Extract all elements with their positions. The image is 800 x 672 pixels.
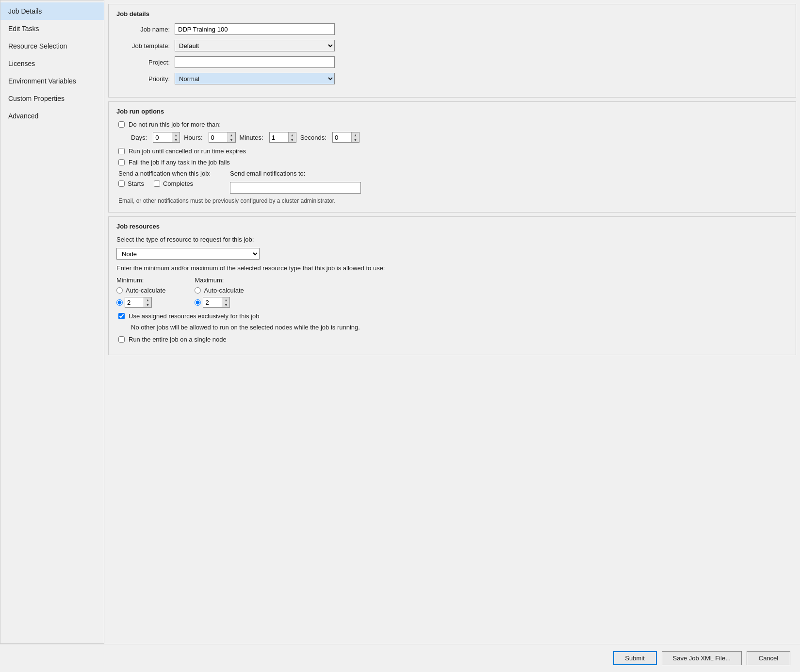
save-xml-button[interactable]: Save Job XML File...	[662, 651, 742, 665]
minutes-spinner: ▲ ▼	[269, 132, 296, 143]
completes-checkbox[interactable]	[154, 180, 160, 187]
send-notification-label: Send a notification when this job:	[118, 170, 211, 177]
min-spinner: ▲ ▼	[125, 297, 152, 308]
fail-job-checkbox[interactable]	[118, 159, 125, 165]
max-auto-calc-radio[interactable]	[195, 287, 201, 294]
job-run-options-title: Job run options	[116, 108, 788, 115]
cancel-button[interactable]: Cancel	[747, 651, 790, 665]
notification-area: Send a notification when this job: Start…	[118, 170, 788, 194]
minutes-label: Minutes:	[240, 134, 263, 141]
min-auto-calc-radio-label[interactable]: Auto-calculate	[116, 287, 165, 294]
run-until-cancelled-row: Run job until cancelled or run time expi…	[118, 148, 788, 155]
select-type-label: Select the type of resource to request f…	[116, 236, 788, 243]
minutes-input[interactable]	[270, 132, 288, 142]
job-details-title: Job details	[116, 10, 788, 17]
footer: Submit Save Job XML File... Cancel	[0, 644, 800, 672]
project-label: Project:	[116, 59, 175, 66]
content-area: Job details Job name: Job template: Defa…	[104, 0, 800, 644]
job-run-options-section: Job run options Do not run this job for …	[108, 101, 796, 213]
completes-checkbox-label[interactable]: Completes	[154, 180, 193, 187]
run-until-cancelled-checkbox[interactable]	[118, 148, 125, 154]
sidebar-item-custom-properties[interactable]: Custom Properties	[0, 90, 104, 107]
job-resources-title: Job resources	[116, 223, 788, 230]
project-input[interactable]	[175, 56, 335, 68]
max-number-row: ▲ ▼	[195, 297, 244, 308]
seconds-down-btn[interactable]: ▼	[351, 137, 359, 142]
hours-up-btn[interactable]: ▲	[228, 132, 235, 137]
max-auto-calc-radio-label[interactable]: Auto-calculate	[195, 287, 244, 294]
use-assigned-checkbox[interactable]	[118, 313, 125, 319]
seconds-spinner: ▲ ▼	[332, 132, 359, 143]
max-auto-calc-label: Auto-calculate	[204, 287, 244, 294]
minimum-label: Minimum:	[116, 277, 165, 284]
minimum-col: Minimum: Auto-calculate ▲ ▼	[116, 277, 165, 308]
sidebar-item-resource-selection[interactable]: Resource Selection	[0, 37, 104, 55]
sidebar-item-licenses[interactable]: Licenses	[0, 55, 104, 72]
min-down-btn[interactable]: ▼	[144, 302, 151, 307]
sidebar-item-job-details[interactable]: Job Details	[0, 2, 104, 20]
max-value-input[interactable]	[203, 297, 222, 307]
days-spinner: ▲ ▼	[153, 132, 180, 143]
minmax-row: Minimum: Auto-calculate ▲ ▼	[116, 277, 788, 308]
max-down-btn[interactable]: ▼	[222, 302, 229, 307]
email-input[interactable]	[230, 182, 361, 194]
hours-spinner: ▲ ▼	[209, 132, 236, 143]
job-name-input[interactable]	[175, 23, 335, 35]
sidebar-item-edit-tasks[interactable]: Edit Tasks	[0, 20, 104, 37]
resource-type-select[interactable]: Node Core Socket GPU	[116, 248, 260, 260]
sidebar-item-advanced[interactable]: Advanced	[0, 107, 104, 125]
min-auto-calc-radio[interactable]	[116, 287, 123, 294]
hours-down-btn[interactable]: ▼	[228, 137, 235, 142]
use-assigned-label: Use assigned resources exclusively for t…	[129, 312, 260, 320]
sidebar-item-environment-variables[interactable]: Environment Variables	[0, 72, 104, 90]
job-name-row: Job name:	[116, 23, 788, 35]
resource-type-row: Node Core Socket GPU	[116, 248, 788, 260]
priority-select[interactable]: Normal Low High Critical	[175, 73, 335, 84]
time-row: Days: ▲ ▼ Hours: ▲ ▼ Minutes:	[131, 132, 788, 143]
notification-right: Send email notifications to:	[230, 170, 361, 194]
seconds-up-btn[interactable]: ▲	[351, 132, 359, 137]
note-text: Email, or other notifications must be pr…	[118, 197, 788, 204]
hours-label: Hours:	[184, 134, 202, 141]
fail-job-row: Fail the job if any task in the job fail…	[118, 159, 788, 166]
job-template-select[interactable]: Default	[175, 40, 335, 51]
use-assigned-note: No other jobs will be allowed to run on …	[131, 324, 788, 331]
run-single-node-checkbox[interactable]	[118, 336, 125, 343]
enter-range-label: Enter the minimum and/or maximum of the …	[116, 264, 788, 272]
job-resources-section: Job resources Select the type of resourc…	[108, 216, 796, 355]
starts-label: Starts	[128, 180, 144, 187]
days-up-btn[interactable]: ▲	[172, 132, 180, 137]
maximum-label: Maximum:	[195, 277, 244, 284]
do-not-run-label: Do not run this job for more than:	[129, 121, 221, 128]
days-label: Days:	[131, 134, 147, 141]
starts-completes-row: Starts Completes	[118, 180, 211, 187]
minutes-up-btn[interactable]: ▲	[288, 132, 296, 137]
min-value-input[interactable]	[125, 297, 144, 307]
use-assigned-row: Use assigned resources exclusively for t…	[118, 312, 788, 320]
starts-checkbox[interactable]	[118, 180, 125, 187]
run-single-node-label: Run the entire job on a single node	[129, 336, 227, 343]
minutes-down-btn[interactable]: ▼	[288, 137, 296, 142]
max-spinner: ▲ ▼	[203, 297, 230, 308]
seconds-input[interactable]	[333, 132, 351, 142]
max-value-radio[interactable]	[195, 299, 201, 306]
starts-checkbox-label[interactable]: Starts	[118, 180, 144, 187]
do-not-run-checkbox[interactable]	[118, 121, 125, 128]
project-row: Project:	[116, 56, 788, 68]
run-until-cancelled-label: Run job until cancelled or run time expi…	[129, 148, 246, 155]
fail-job-label: Fail the job if any task in the job fail…	[129, 159, 230, 166]
sidebar: Job Details Edit Tasks Resource Selectio…	[0, 0, 104, 644]
maximum-col: Maximum: Auto-calculate ▲ ▼	[195, 277, 244, 308]
seconds-label: Seconds:	[300, 134, 327, 141]
hours-input[interactable]	[209, 132, 228, 142]
submit-button[interactable]: Submit	[613, 651, 657, 665]
do-not-run-row: Do not run this job for more than:	[118, 121, 788, 128]
days-down-btn[interactable]: ▼	[172, 137, 180, 142]
min-value-radio[interactable]	[116, 299, 123, 306]
job-template-row: Job template: Default	[116, 40, 788, 51]
priority-row: Priority: Normal Low High Critical	[116, 73, 788, 84]
min-up-btn[interactable]: ▲	[144, 297, 151, 302]
max-up-btn[interactable]: ▲	[222, 297, 229, 302]
notification-left: Send a notification when this job: Start…	[118, 170, 211, 194]
days-input[interactable]	[153, 132, 172, 142]
